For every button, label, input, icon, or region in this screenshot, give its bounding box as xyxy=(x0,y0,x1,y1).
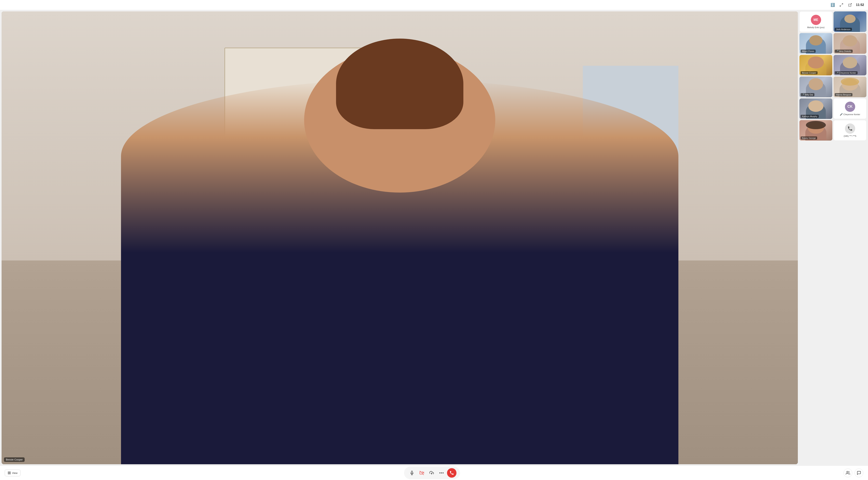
controls-right xyxy=(843,469,863,477)
participant-tile-kasey: Kasey George xyxy=(799,120,832,141)
svg-point-13 xyxy=(442,473,443,474)
more-button[interactable] xyxy=(437,469,446,477)
view-grid-icon xyxy=(8,471,11,475)
participant-tile-josh: Josh Anderson xyxy=(834,11,866,32)
albert-name: Albert Flores xyxy=(802,50,814,53)
participant-tile-bessie: Bessie Cooper xyxy=(799,55,832,75)
chat-icon xyxy=(857,471,861,475)
collapse-icon[interactable] xyxy=(839,2,844,8)
camera-button[interactable] xyxy=(417,469,426,477)
kasey-label: Kasey George xyxy=(801,136,817,140)
participant-tile-hanna: Hanna Bergson xyxy=(834,77,866,97)
billy-mute-icon: 🎤 xyxy=(802,94,804,96)
share-icon xyxy=(430,471,434,475)
cheyenne-avatar-name: 🎤 Cheyenne Kenter xyxy=(840,113,860,116)
me-initials: ME xyxy=(814,18,818,22)
main-video-label: Bessie Cooper xyxy=(4,457,25,462)
participant-tile-kathryn: Kathryn Murphy xyxy=(799,98,832,119)
cheyenne-avatar: CK xyxy=(845,102,855,112)
josh-name: Josh Anderson xyxy=(836,28,850,31)
bessie-name: Bessie Cooper xyxy=(802,72,816,74)
amy-label: 🎤 Amy Dokidis xyxy=(835,49,852,53)
mic-icon xyxy=(410,471,414,475)
amy-name: Amy Dokidis xyxy=(839,50,851,53)
top-bar: ℹ️ 11:52 xyxy=(0,0,868,10)
clock: 11:52 xyxy=(856,3,864,7)
participant-tile-cheyenne-avatar: CK 🎤 Cheyenne Kenter xyxy=(834,98,866,119)
me-avatar: ME xyxy=(811,15,821,25)
participant-tile-amy: 🎤 Amy Dokidis xyxy=(834,33,866,54)
hanna-name: Hanna Bergson xyxy=(836,94,851,96)
camera-off-icon xyxy=(420,471,424,475)
info-icon[interactable]: ℹ️ xyxy=(830,2,835,8)
view-label: View xyxy=(12,472,18,475)
view-button[interactable]: View xyxy=(5,470,21,476)
svg-rect-5 xyxy=(8,473,9,474)
bottom-bar: View xyxy=(0,466,868,480)
phone-avatar-icon xyxy=(845,124,855,134)
albert-label: Albert Flores xyxy=(801,49,815,53)
svg-point-12 xyxy=(441,473,442,474)
cheyenne-video-label: 🎤 Cheyenne Kenter xyxy=(835,71,858,74)
mic-button[interactable] xyxy=(408,469,416,477)
billy-label: 🎤 Billy Dai xyxy=(801,93,814,96)
chat-button[interactable] xyxy=(855,469,863,477)
kasey-name: Kasey George xyxy=(802,137,816,139)
kathryn-name: Kathryn Murphy xyxy=(802,115,817,117)
people-button[interactable] xyxy=(843,469,852,477)
participant-tile-me: ME Melody Enki (you) xyxy=(799,11,832,32)
hanna-label: Hanna Bergson xyxy=(835,93,852,96)
kathryn-label: Kathryn Murphy xyxy=(801,115,819,118)
bessie-label: Bessie Cooper xyxy=(801,71,817,74)
svg-point-14 xyxy=(847,471,848,473)
svg-rect-3 xyxy=(8,472,9,473)
billy-name: Billy Dai xyxy=(805,94,813,96)
svg-point-11 xyxy=(439,473,440,474)
hangup-button[interactable] xyxy=(447,468,457,478)
participant-tile-albert: Albert Flores xyxy=(799,33,832,54)
share-button[interactable] xyxy=(427,469,436,477)
svg-rect-6 xyxy=(9,473,10,474)
cheyenne-mute-icon: 🎤 xyxy=(840,113,843,116)
participant-tile-cheyenne-video: 🎤 Cheyenne Kenter xyxy=(834,55,866,75)
svg-rect-4 xyxy=(9,472,10,473)
more-icon xyxy=(439,472,444,474)
me-name: Melody Enki (you) xyxy=(807,26,825,29)
cheyenne-video-name: Cheyenne Kenter xyxy=(839,72,856,74)
main-video-bg xyxy=(2,11,798,464)
svg-line-1 xyxy=(840,5,841,6)
export-icon[interactable] xyxy=(847,2,853,8)
controls-center xyxy=(404,467,460,479)
josh-label: Josh Anderson xyxy=(835,28,852,31)
participant-tile-phone: (345) ***-***5 xyxy=(834,120,866,141)
cheyenne-video-mute-icon: 🎤 xyxy=(836,72,838,74)
participant-grid: ME Melody Enki (you) Josh Anderson xyxy=(799,11,866,141)
main-content: Bessie Cooper ME Melody Enki (you) Josh … xyxy=(0,10,868,466)
participant-tile-billy: 🎤 Billy Dai xyxy=(799,77,832,97)
hangup-icon xyxy=(450,471,454,475)
sidebar: ME Melody Enki (you) Josh Anderson xyxy=(799,11,866,464)
phone-number: (345) ***-***5 xyxy=(843,135,856,137)
svg-line-0 xyxy=(842,4,843,5)
amy-mute-icon: 🎤 xyxy=(836,50,838,52)
svg-line-2 xyxy=(850,4,851,5)
main-video: Bessie Cooper xyxy=(2,11,798,464)
people-icon xyxy=(846,471,850,475)
